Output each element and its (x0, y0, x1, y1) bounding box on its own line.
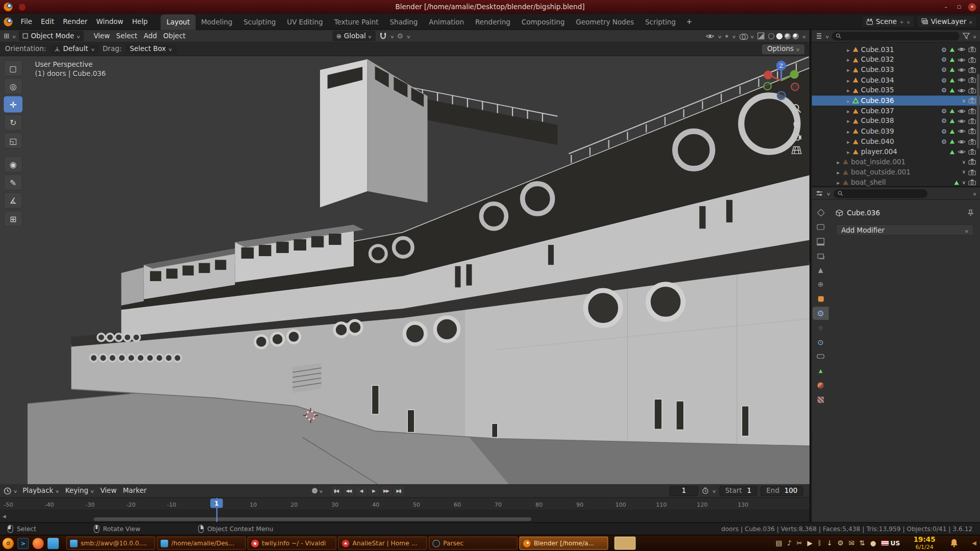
orientation-setting-dropdown[interactable]: Default (50, 44, 99, 54)
expand-arrow-icon[interactable] (847, 128, 850, 136)
tray-icon[interactable]: ⚙ (838, 539, 844, 547)
properties-tab[interactable] (813, 220, 829, 234)
taskbar-task-button[interactable]: twily.info ~/ - Vivaldi (248, 537, 336, 550)
hide-eye-icon[interactable] (958, 77, 966, 83)
tray-icon[interactable]: ▤ (775, 539, 782, 547)
editor-type-icon[interactable]: ⊞ (4, 32, 9, 40)
tray-icon[interactable]: ⇅ (860, 539, 865, 547)
outliner-row[interactable]: player.004 (812, 147, 980, 157)
current-frame-field[interactable]: 1 (670, 486, 698, 496)
add-workspace-button[interactable]: + (681, 17, 697, 26)
workspace-tab[interactable]: Layout (161, 14, 195, 30)
disable-in-render-icon[interactable] (968, 169, 976, 176)
hide-eye-icon[interactable] (958, 149, 966, 155)
minimize-button[interactable] (942, 3, 950, 11)
clock[interactable]: 19:45 6/1/24 (908, 536, 941, 550)
workspace-tab[interactable]: Animation (423, 14, 470, 30)
outliner-row[interactable]: Cube.039 ⚙ (812, 126, 980, 136)
workspace-tab[interactable]: Scripting (640, 14, 681, 30)
properties-tab[interactable] (813, 278, 829, 291)
outliner-row[interactable]: Cube.037 ⚙ (812, 106, 980, 116)
disable-in-render-icon[interactable] (968, 149, 976, 155)
hide-eye-icon[interactable] (958, 67, 966, 73)
perspective-grid-icon[interactable] (791, 145, 802, 155)
viewport-menu[interactable]: Add (140, 30, 160, 42)
outliner-row[interactable]: Cube.038 ⚙ (812, 116, 980, 126)
outliner-row[interactable]: Cube.031 ⚙ (812, 44, 980, 55)
hide-eye-icon[interactable] (958, 57, 966, 63)
properties-tab[interactable] (813, 264, 829, 277)
wireframe-shading-icon[interactable] (768, 33, 774, 39)
hide-eye-icon[interactable] (958, 138, 966, 144)
workspace-tab[interactable]: Sculpting (238, 14, 281, 30)
workspace-tab[interactable]: Texture Paint (329, 14, 384, 30)
disable-in-render-icon[interactable] (968, 108, 976, 114)
taskbar-task-button[interactable]: Parsec (429, 537, 518, 550)
transport-button[interactable]: ◀◀ (343, 486, 354, 496)
properties-tab[interactable] (813, 249, 829, 263)
disable-in-render-icon[interactable] (968, 77, 976, 83)
expand-arrow-icon[interactable] (847, 66, 850, 74)
keyboard-layout-indicator[interactable]: US (881, 540, 900, 546)
hide-eye-icon[interactable] (958, 46, 966, 53)
pan-hand-icon[interactable] (791, 118, 802, 129)
maximize-button[interactable] (955, 3, 963, 11)
material-shading-icon[interactable] (785, 33, 791, 39)
expand-arrow-icon[interactable] (847, 86, 850, 94)
workspace-tab[interactable]: Geometry Nodes (570, 14, 640, 30)
solid-shading-icon[interactable] (776, 33, 782, 39)
outliner-row[interactable]: boat_outside.001 ∨ (812, 167, 980, 178)
launcher-icon[interactable] (33, 538, 44, 549)
timeline-editor-icon[interactable] (4, 487, 11, 494)
taskbar-task-button[interactable]: /home/amalie/Des... (157, 537, 246, 550)
properties-search[interactable] (834, 189, 928, 197)
launcher-icon[interactable] (17, 538, 29, 549)
new-scene-icon[interactable] (899, 17, 904, 26)
properties-tab[interactable] (813, 292, 829, 306)
outliner-row[interactable]: Cube.040 ⚙ (812, 137, 980, 147)
properties-tab[interactable] (813, 307, 829, 320)
disable-in-render-icon[interactable] (968, 118, 976, 124)
shading-mode-switch[interactable] (768, 33, 799, 39)
outliner-row[interactable]: Cube.036 ∨ (812, 95, 980, 106)
properties-search-input[interactable] (846, 190, 924, 196)
menubar-menu[interactable]: File (16, 14, 37, 30)
hide-eye-icon[interactable] (958, 118, 966, 124)
panel-hide-arrow-icon[interactable]: ◀ (972, 540, 976, 546)
proportional-edit-icon[interactable]: ⊙ (397, 32, 403, 40)
expand-arrow-icon[interactable] (847, 56, 850, 64)
transport-button[interactable]: ◀ (355, 486, 366, 496)
viewport-menu[interactable]: Object (160, 30, 189, 42)
frame-end-field[interactable]: End 100 (761, 486, 803, 496)
outliner-search-input[interactable] (844, 33, 955, 39)
transform-orientation-dropdown[interactable]: ⊕ Global (332, 31, 375, 41)
timeline-ruler[interactable]: -50-40-30-20-101020304050607080901001101… (0, 498, 810, 510)
tray-icon[interactable]: ● (870, 539, 876, 547)
tool-button[interactable]: ◱ (4, 133, 22, 149)
viewport-menu[interactable]: Select (113, 30, 140, 42)
options-button[interactable]: Options (762, 44, 804, 54)
tool-button[interactable]: ✎ (4, 174, 22, 191)
camera-view-icon[interactable] (791, 133, 802, 141)
hide-toggle-icon[interactable]: ∨ (962, 169, 966, 175)
drag-setting-dropdown[interactable]: Select Box (126, 44, 177, 54)
disable-in-render-icon[interactable] (968, 159, 976, 165)
transport-button[interactable]: ▶▮ (393, 486, 404, 496)
zoom-icon[interactable] (791, 103, 802, 114)
transport-button[interactable]: ▮◀ (330, 486, 341, 496)
transport-button[interactable]: ▶ (368, 486, 379, 496)
gizmos-toggle-icon[interactable]: ⌖ (725, 32, 728, 40)
disable-in-render-icon[interactable] (968, 180, 976, 186)
visibility-eye-icon[interactable] (705, 33, 714, 39)
workspace-tab[interactable]: Modeling (195, 14, 238, 30)
hide-toggle-icon[interactable]: ∨ (962, 159, 966, 165)
rendered-shading-icon[interactable] (792, 33, 798, 39)
outliner-search[interactable] (832, 32, 959, 40)
blender-menu-icon[interactable] (4, 17, 12, 26)
scene-selector[interactable]: Scene (863, 16, 914, 27)
mode-dropdown[interactable]: Object Mode (19, 31, 84, 41)
playback-sync-icon[interactable] (702, 487, 708, 494)
tray-icon[interactable]: ✉ (848, 539, 854, 547)
launcher-icon[interactable] (3, 538, 14, 549)
disable-in-render-icon[interactable] (968, 67, 976, 73)
